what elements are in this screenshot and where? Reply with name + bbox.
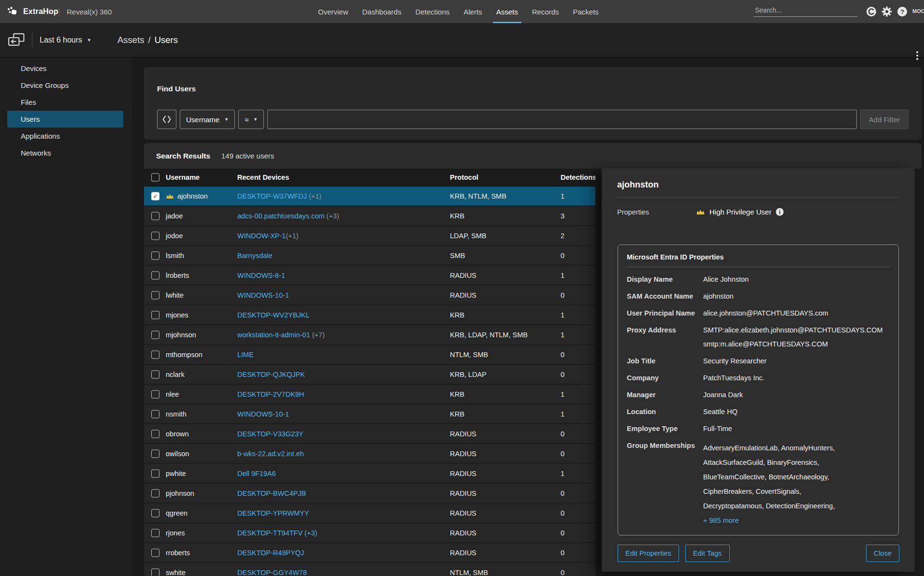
column-header-protocol[interactable]: Protocol (450, 173, 478, 181)
column-header-detections[interactable]: Detections (561, 173, 595, 181)
device-link[interactable]: DESKTOP-GGY4W78 (237, 569, 307, 576)
device-link[interactable]: DESKTOP-YPRWMYY (237, 509, 309, 517)
row-checkbox[interactable] (151, 568, 159, 576)
table-row[interactable]: pjohnsonDESKTOP-BWC4PJBRADIUS0 (144, 484, 595, 504)
close-button[interactable]: Close (866, 545, 899, 562)
nav-tab-packets[interactable]: Packets (573, 0, 599, 23)
row-checkbox[interactable] (151, 331, 159, 339)
table-row[interactable]: mjonesDESKTOP-WV2YBJKLKRB1 (144, 305, 595, 325)
row-checkbox[interactable] (151, 212, 159, 220)
row-checkbox[interactable] (151, 529, 159, 537)
row-checkbox[interactable] (151, 410, 159, 418)
table-row[interactable]: jodoeWINDOW-XP-1(+1)LDAP, SMB2 (144, 226, 595, 246)
device-link[interactable]: workstation-it-admin-01 (237, 331, 310, 339)
search-results-header: Search Results 149 active users (144, 143, 922, 169)
device-link[interactable]: DESKTOP-WV2YBJKL (237, 311, 310, 319)
device-link[interactable]: WINDOWS-10-1 (237, 410, 289, 418)
device-link[interactable]: WINDOWS-10-1 (237, 291, 289, 299)
more-options-kebab-icon[interactable] (916, 51, 918, 60)
device-link[interactable]: DESKTOP-BWC4PJB (237, 490, 306, 497)
column-header-recent-devices[interactable]: Recent Devices (237, 173, 289, 181)
nav-tab-dashboards[interactable]: Dashboards (362, 0, 402, 23)
column-header-username[interactable]: Username (166, 173, 200, 181)
field-manager-line: Joanna Dark (703, 390, 890, 400)
add-filter-button[interactable]: Add Filter (860, 110, 909, 129)
row-checkbox[interactable] (151, 311, 159, 319)
row-checkbox[interactable] (151, 390, 159, 398)
edit-tags-button[interactable]: Edit Tags (685, 545, 729, 562)
sidebar-item-files[interactable]: Files (0, 94, 132, 111)
info-icon[interactable] (776, 208, 784, 216)
select-all-checkbox[interactable] (151, 173, 159, 182)
filter-operator-select[interactable]: ≈ ▼ (238, 110, 264, 129)
table-row[interactable]: mthompsonLIMENTLM, SMB0 (144, 345, 595, 365)
table-row[interactable]: rjonesDESKTOP-TT94TFV (+3)RADIUS0 (144, 523, 595, 543)
more-groups-link[interactable]: + 985 more (703, 513, 739, 528)
row-checkbox[interactable] (151, 548, 159, 557)
row-checkbox[interactable] (151, 251, 159, 259)
global-search-input[interactable]: Search... (754, 5, 857, 17)
row-checkbox[interactable] (151, 489, 159, 497)
nav-tab-alerts[interactable]: Alerts (463, 0, 482, 23)
filter-field-select[interactable]: Username ▼ (180, 110, 235, 129)
device-link[interactable]: adcs-00.patchtuesdays.com (237, 212, 325, 220)
table-row[interactable]: mjohnsonworkstation-it-admin-01 (+7)KRB,… (144, 325, 595, 345)
settings-gear-icon[interactable] (881, 6, 892, 17)
collapse-panel-icon[interactable] (8, 33, 26, 47)
table-row[interactable]: jadoeadcs-00.patchtuesdays.com (+3)KRB3 (144, 206, 595, 226)
sidebar-item-devices[interactable]: Devices (0, 60, 132, 77)
device-link[interactable]: DESKTOP-TT94TFV (237, 529, 303, 537)
table-row[interactable]: owilsonb-wks-22.ad.v2.int.ehRADIUS0 (144, 444, 595, 464)
sidebar-item-device-groups[interactable]: Device Groups (0, 77, 132, 94)
device-link[interactable]: Dell 9F19A6 (237, 470, 276, 477)
table-row[interactable]: pwhiteDell 9F19A6RADIUS1 (144, 464, 595, 484)
row-checkbox[interactable] (151, 350, 159, 359)
help-icon[interactable]: ? (897, 6, 908, 17)
sidebar-item-applications[interactable]: Applications (0, 128, 132, 144)
nav-tab-detections[interactable]: Detections (415, 0, 449, 23)
nav-tab-overview[interactable]: Overview (318, 0, 348, 23)
device-link[interactable]: DESKTOP-R49PYQJ (237, 549, 304, 557)
row-checkbox[interactable] (151, 370, 159, 378)
device-link[interactable]: WINDOWS-8-1 (237, 272, 285, 279)
nav-tab-assets[interactable]: Assets (496, 0, 518, 23)
device-link[interactable]: DESKTOP-2V7DK9H (237, 390, 304, 398)
sidebar-item-users[interactable]: Users (7, 111, 123, 128)
device-link[interactable]: b-wks-22.ad.v2.int.eh (237, 450, 304, 458)
c-circle-icon[interactable] (866, 6, 877, 17)
table-row[interactable]: nleeDESKTOP-2V7DK9HKRB1 (144, 385, 595, 404)
table-row[interactable]: qgreenDESKTOP-YPRWMYYRADIUS0 (144, 504, 595, 523)
table-row[interactable]: swhiteDESKTOP-GGY4W78NTLM, SMB0 (144, 563, 595, 576)
table-row[interactable]: lrobertsWINDOWS-8-1RADIUS1 (144, 266, 595, 286)
device-link[interactable]: DESKTOP-W37WFDJ (237, 192, 307, 200)
device-link[interactable]: DESKTOP-V33G23Y (237, 430, 303, 438)
breadcrumb-section[interactable]: Assets (117, 35, 144, 45)
sidebar-item-networks[interactable]: Networks (0, 144, 132, 161)
row-checkbox[interactable] (151, 430, 159, 438)
device-link[interactable]: WINDOW-XP-1 (237, 232, 286, 240)
row-checkbox[interactable] (151, 291, 159, 299)
table-row[interactable]: nclarkDESKTOP-QJKQJPKKRB, LDAP0 (144, 365, 595, 385)
table-row[interactable]: ✓ajohnstonDESKTOP-W37WFDJ (+1)KRB, NTLM,… (144, 187, 595, 206)
table-row[interactable]: obrownDESKTOP-V33G23YRADIUS0 (144, 424, 595, 444)
row-checkbox[interactable] (151, 449, 159, 458)
device-link[interactable]: Barnysdale (237, 252, 273, 259)
device-link[interactable]: LIME (237, 351, 254, 359)
nav-tab-records[interactable]: Records (532, 0, 559, 23)
row-checkbox[interactable] (151, 231, 159, 240)
row-checkbox[interactable]: ✓ (151, 192, 159, 200)
extrahop-logo[interactable]: ExtraHop (7, 0, 58, 23)
edit-properties-button[interactable]: Edit Properties (618, 545, 679, 562)
row-checkbox[interactable] (151, 509, 159, 517)
user-menu[interactable]: MOC (912, 8, 924, 14)
time-range-selector[interactable]: Last 6 hours ▼ (40, 23, 91, 57)
device-link[interactable]: DESKTOP-QJKQJPK (237, 371, 305, 378)
table-row[interactable]: lwhiteWINDOWS-10-1RADIUS0 (144, 286, 595, 305)
filter-value-input[interactable] (267, 110, 857, 129)
row-checkbox[interactable] (151, 469, 159, 477)
code-brackets-icon[interactable] (157, 110, 176, 129)
table-row[interactable]: rrobertsDESKTOP-R49PYQJRADIUS0 (144, 543, 595, 563)
row-checkbox[interactable] (151, 271, 159, 279)
table-row[interactable]: lsmithBarnysdaleSMB0 (144, 246, 595, 266)
table-row[interactable]: nsmithWINDOWS-10-1KRB1 (144, 404, 595, 424)
